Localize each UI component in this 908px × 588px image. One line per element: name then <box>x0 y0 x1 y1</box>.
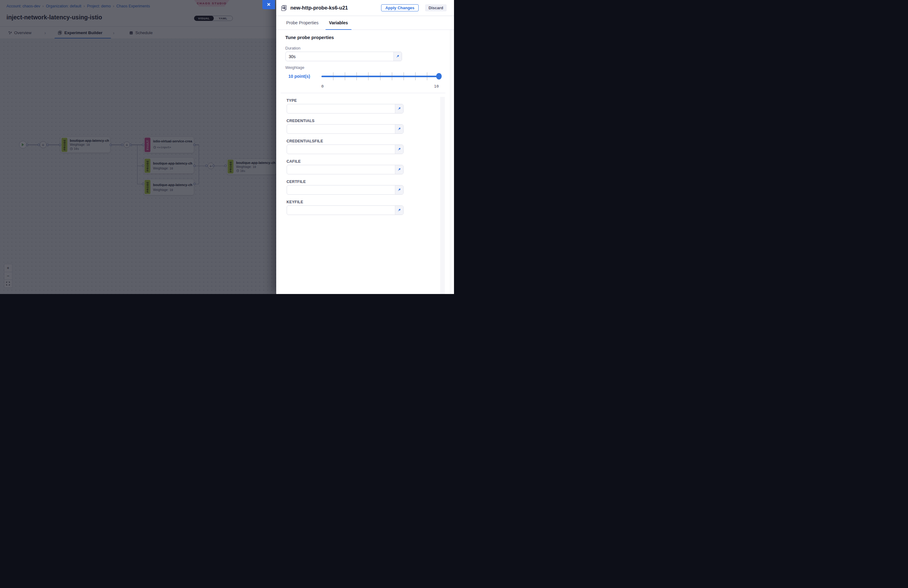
duration-input[interactable] <box>286 52 393 61</box>
weightage-min-label: 0 <box>322 84 324 88</box>
pin-icon <box>397 147 401 151</box>
duration-field <box>285 51 402 61</box>
pin-icon <box>397 107 401 111</box>
probe-name-title: new-http-probe-ks6-u21 <box>290 5 348 11</box>
pin-icon <box>397 208 401 212</box>
variable-input-keyfile[interactable] <box>287 206 395 215</box>
variable-label-credentials: CREDENTIALS <box>287 119 454 123</box>
pin-icon <box>396 55 399 58</box>
tune-probe-properties-heading: Tune probe properties <box>285 35 454 40</box>
close-icon: ✕ <box>267 2 270 7</box>
apply-changes-button[interactable]: Apply Changes <box>381 4 419 11</box>
variable-input-certfile[interactable] <box>287 185 395 194</box>
variable-label-credentialsfile: CREDENTIALSFILE <box>287 139 454 143</box>
pin-runtime-input-button[interactable] <box>395 206 403 215</box>
weightage-max-label: 10 <box>434 84 439 88</box>
pin-runtime-input-button[interactable] <box>395 185 403 194</box>
probe-icon <box>280 5 287 11</box>
variables-list: TYPE CREDENTIALS CREDENTIALSFILE <box>285 98 454 215</box>
pin-runtime-input-button[interactable] <box>393 52 402 61</box>
weightage-value-text: 10 point(s) <box>288 74 310 79</box>
variable-field-type <box>287 104 404 114</box>
chaos-studio-app: Account: chaos-dev › Organization: defau… <box>0 0 454 294</box>
variables-scrollbar[interactable] <box>440 97 445 294</box>
duration-label: Duration <box>285 46 454 50</box>
drawer-scrollbar[interactable] <box>450 30 454 294</box>
variable-field-credentialsfile <box>287 145 404 154</box>
variable-input-cafile[interactable] <box>287 165 395 174</box>
variable-label-type: TYPE <box>287 98 454 103</box>
pin-icon <box>397 188 401 192</box>
variable-label-keyfile: KEYFILE <box>287 200 454 204</box>
variable-field-cafile <box>287 165 404 174</box>
pin-runtime-input-button[interactable] <box>395 145 403 154</box>
drawer-tabs: Probe Properties Variables <box>276 16 454 30</box>
weightage-label: Weightage <box>285 65 454 70</box>
tab-probe-properties[interactable]: Probe Properties <box>283 16 322 29</box>
weightage-slider-row: 10 point(s) <box>285 71 445 84</box>
probe-config-drawer: new-http-probe-ks6-u21 Apply Changes Dis… <box>276 0 454 294</box>
weightage-slider-track[interactable] <box>322 76 439 77</box>
drawer-header: new-http-probe-ks6-u21 Apply Changes Dis… <box>276 0 454 16</box>
pin-runtime-input-button[interactable] <box>395 125 403 133</box>
pin-icon <box>397 127 401 131</box>
weightage-slider-fill <box>322 76 439 77</box>
pin-icon <box>397 168 401 172</box>
close-drawer-button[interactable]: ✕ <box>262 0 275 9</box>
tab-variables[interactable]: Variables <box>325 16 352 29</box>
variable-input-credentials[interactable] <box>287 125 395 133</box>
variable-input-type[interactable] <box>287 104 395 113</box>
drawer-body: Tune probe properties Duration Weightage <box>276 30 454 294</box>
drawer-scrim <box>0 0 276 294</box>
discard-button[interactable]: Discard <box>425 4 447 11</box>
variable-field-credentials <box>287 124 404 134</box>
pin-runtime-input-button[interactable] <box>395 165 403 174</box>
variable-field-keyfile <box>287 206 404 215</box>
variable-label-certfile: CERTFILE <box>287 180 454 184</box>
pin-runtime-input-button[interactable] <box>395 104 403 113</box>
variable-label-cafile: CAFILE <box>287 159 454 164</box>
variable-input-credentialsfile[interactable] <box>287 145 395 154</box>
variable-field-certfile <box>287 185 404 195</box>
weightage-minmax: 0 10 <box>322 84 439 88</box>
